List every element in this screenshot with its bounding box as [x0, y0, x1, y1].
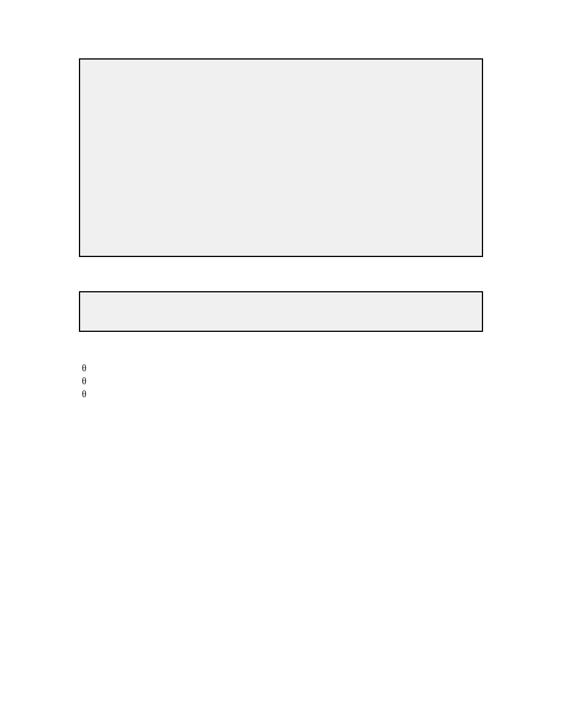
- theta-symbol: θ: [82, 388, 87, 401]
- theta-symbol: θ: [82, 375, 87, 388]
- content-box-small: [79, 291, 483, 332]
- content-box-large: [79, 58, 483, 257]
- symbol-list: θ θ θ: [82, 362, 87, 401]
- theta-symbol: θ: [82, 362, 87, 375]
